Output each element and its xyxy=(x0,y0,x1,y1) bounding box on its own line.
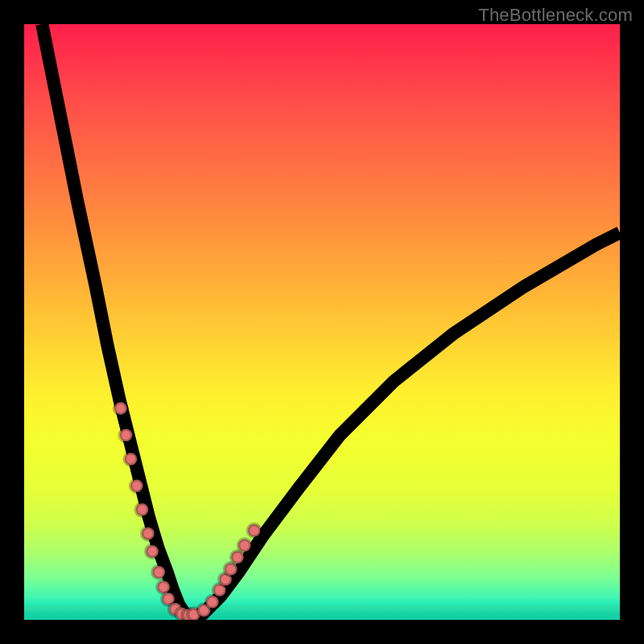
chart-frame: TheBottleneck.com xyxy=(0,0,644,644)
highlight-dot xyxy=(125,452,138,465)
highlighted-points-group xyxy=(114,402,260,620)
highlight-dot xyxy=(238,539,251,552)
highlight-dot xyxy=(142,527,155,540)
highlight-dot xyxy=(248,524,261,537)
highlight-dot xyxy=(120,429,133,442)
bottleneck-curve xyxy=(42,24,620,617)
highlight-dot xyxy=(146,545,159,558)
highlight-dot xyxy=(130,480,143,493)
highlight-dot xyxy=(136,503,149,516)
chart-svg xyxy=(24,24,620,620)
highlight-dot xyxy=(152,566,165,579)
highlight-dot xyxy=(114,402,127,415)
watermark-text: TheBottleneck.com xyxy=(478,5,633,26)
plot-area xyxy=(24,24,620,620)
